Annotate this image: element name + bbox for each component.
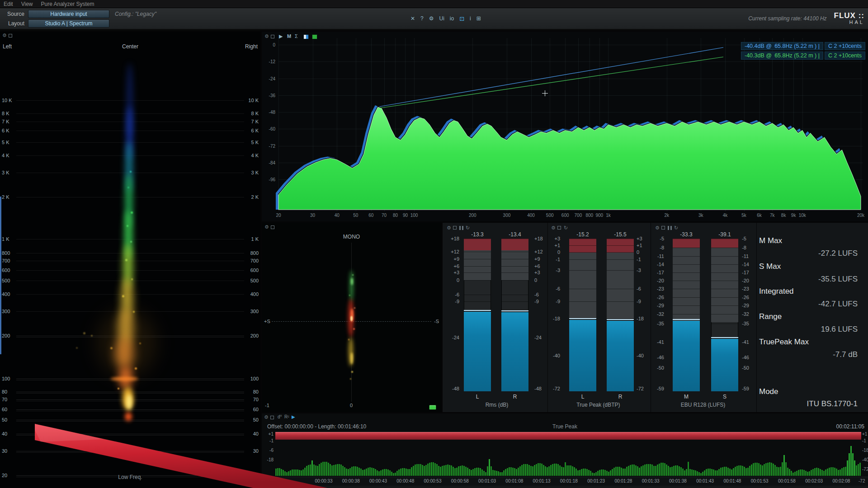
toolbar-icon-strip: ✕?⚙Uiio⊡i⊞ xyxy=(410,8,481,29)
waveform-bar xyxy=(695,470,696,476)
meter-expand-icon[interactable] xyxy=(453,226,457,230)
waveform-bar xyxy=(670,467,671,476)
menu-pure-analyzer-system[interactable]: Pure Analyzer System xyxy=(41,1,94,7)
menu-view[interactable]: View xyxy=(21,1,33,7)
spectrogram-settings-icon[interactable]: ⚙ xyxy=(2,33,7,38)
waveform-bar xyxy=(483,471,485,476)
meter-scale-label: +12 xyxy=(534,249,545,254)
vectorscope-settings-icon[interactable]: ⚙ xyxy=(264,225,269,230)
waveform-bar xyxy=(284,471,286,476)
meter-bar-fill xyxy=(464,312,491,391)
meter-scale-label: -23 xyxy=(653,286,664,291)
meter-refresh-icon[interactable]: ↻ xyxy=(564,225,568,230)
timeline-play-icon[interactable]: ▶ xyxy=(292,415,295,419)
waveform-bar xyxy=(503,470,505,476)
meter-expand-icon[interactable] xyxy=(557,226,561,230)
menu-edit[interactable]: Edit xyxy=(4,1,13,7)
meter-scale-label: +1 xyxy=(549,243,560,248)
waveform-bar xyxy=(402,468,403,476)
waveform-bar xyxy=(556,464,557,476)
meter-gear-icon[interactable]: ⚙ xyxy=(447,225,451,230)
waveform-bar xyxy=(632,465,633,476)
scroll-indicator[interactable] xyxy=(0,197,1,354)
waveform-bar xyxy=(626,467,627,476)
layout-button[interactable]: Studio A | Spectrum xyxy=(28,19,109,28)
source-button[interactable]: Hardware input xyxy=(28,10,109,18)
waveform-bar xyxy=(311,460,313,476)
waveform-bar xyxy=(536,464,537,476)
waveform-bar xyxy=(481,469,483,476)
waveform-bar xyxy=(805,471,807,476)
vectorscope-energy-dot xyxy=(348,339,349,340)
waveform-bar xyxy=(297,469,298,476)
timeline-r-icon[interactable]: Rᶜ xyxy=(284,415,289,419)
meter-expand-icon[interactable] xyxy=(661,226,665,230)
waveform-bar xyxy=(774,465,776,476)
timeline-d-icon[interactable]: d° xyxy=(278,415,282,419)
ui-toggle[interactable]: Ui xyxy=(439,15,444,22)
spectrogram-expand-icon[interactable] xyxy=(9,34,12,38)
waveform-bar xyxy=(431,462,432,476)
waveform-bar xyxy=(301,470,302,476)
meter-refresh-icon[interactable]: ↻ xyxy=(674,225,678,230)
spectrum-plot[interactable] xyxy=(262,32,868,221)
flux-logo: FLUX :: xyxy=(834,12,864,20)
meter-gear-icon[interactable]: ⚙ xyxy=(551,225,556,230)
vectorscope-energy-dot xyxy=(353,328,355,330)
help-icon[interactable]: ? xyxy=(420,15,424,22)
waveform-bar xyxy=(635,465,637,476)
waveform-bar xyxy=(677,465,678,476)
meter-gear-icon[interactable]: ⚙ xyxy=(655,225,660,230)
vectorscope-expand-icon[interactable] xyxy=(271,225,274,229)
freq-tick-label: 100 xyxy=(250,376,259,381)
timeline-settings-icon[interactable]: ⚙ xyxy=(264,415,269,420)
waveform-bar xyxy=(615,467,617,476)
waveform-bar xyxy=(601,469,602,476)
time-tick-label: 00:00:38 xyxy=(338,479,363,483)
waveform-bar xyxy=(639,468,640,476)
meter-gridline xyxy=(673,281,700,281)
spectrogram-energy-dot xyxy=(133,311,135,313)
meter-gridline xyxy=(711,324,738,324)
meter-pause-icon[interactable] xyxy=(459,226,463,230)
meter-scale-label: -6 xyxy=(637,286,647,291)
io-toggle[interactable]: io xyxy=(450,15,454,22)
fullscreen-icon[interactable]: ⊡ xyxy=(459,15,464,22)
close-icon[interactable]: ✕ xyxy=(410,15,415,22)
waveform-bar xyxy=(299,470,300,476)
time-tick-label: 00:00:33 xyxy=(311,479,336,483)
meter-gridline xyxy=(673,297,700,298)
waveform-bar xyxy=(458,466,459,476)
time-tick-label: 00:00:43 xyxy=(366,479,391,483)
meter-pause-icon[interactable] xyxy=(668,226,672,230)
waveform-bar xyxy=(387,469,389,476)
waveform-bar xyxy=(612,469,613,476)
freq-tick-label: 200 xyxy=(2,333,10,338)
waveform-bar xyxy=(539,463,541,476)
waveform-bar xyxy=(827,469,828,476)
waveform-bar xyxy=(807,472,808,476)
waveform-bar xyxy=(624,469,626,476)
correlation-led[interactable] xyxy=(429,405,436,410)
time-tick-label: 00:00:58 xyxy=(447,479,472,483)
waveform-bar xyxy=(688,462,689,476)
waveform-bar xyxy=(445,465,447,476)
waveform-bar xyxy=(590,471,591,476)
meter-refresh-icon[interactable]: ↻ xyxy=(466,225,470,230)
settings-icon[interactable]: ⚙ xyxy=(429,15,434,22)
waveform-bar xyxy=(765,463,767,476)
waveform-bar xyxy=(413,466,414,476)
time-tick-label: 00:01:38 xyxy=(665,479,690,483)
waveform-bar xyxy=(650,464,651,476)
waveform-bar xyxy=(516,469,517,476)
info-icon[interactable]: i xyxy=(470,15,471,22)
grid-icon[interactable]: ⊞ xyxy=(476,15,481,22)
meter-gridline xyxy=(711,264,738,265)
waveform-bar xyxy=(406,469,407,476)
waveform-bar xyxy=(478,468,479,476)
waveform-bar xyxy=(814,468,816,476)
waveform-bar xyxy=(697,471,698,476)
timeline-expand-icon[interactable] xyxy=(270,416,274,419)
waveform-bar xyxy=(686,469,687,476)
waveform-bar xyxy=(396,471,398,476)
